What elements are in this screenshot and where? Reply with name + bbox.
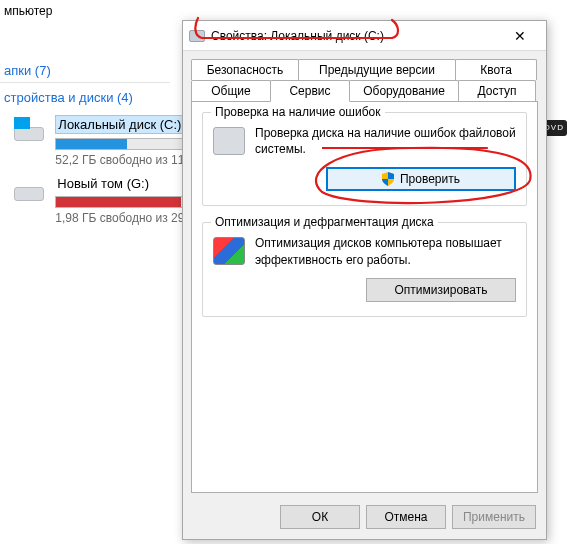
drive-free: 1,98 ГБ свободно из 29	[55, 211, 185, 225]
check-button-label: Проверить	[400, 172, 460, 186]
tab-security[interactable]: Безопасность	[191, 59, 299, 80]
tab-sharing[interactable]: Доступ	[458, 80, 536, 101]
titlebar[interactable]: Свойства: Локальный диск (C:) ✕	[183, 21, 546, 51]
drive-name: Новый том (G:)	[55, 175, 185, 192]
tab-page-tools: Проверка на наличие ошибок Проверка диск…	[191, 101, 538, 493]
drive-free: 52,2 ГБ свободно из 11	[55, 153, 185, 167]
separator	[0, 82, 170, 83]
defrag-icon	[213, 237, 245, 265]
apply-button[interactable]: Применить	[452, 505, 536, 529]
group-legend: Оптимизация и дефрагментация диска	[211, 215, 438, 229]
drive-icon	[12, 175, 46, 205]
drive-icon	[213, 127, 245, 155]
tab-prevversions[interactable]: Предыдущие версии	[298, 59, 456, 80]
drive-icon	[12, 115, 46, 145]
window-title: Свойства: Локальный диск (C:)	[211, 29, 500, 43]
tab-tools[interactable]: Сервис	[270, 80, 350, 102]
optimize-button-label: Оптимизировать	[395, 283, 488, 297]
group-text: Проверка диска на наличие ошибок файлово…	[255, 125, 516, 157]
drive-icon	[189, 30, 205, 42]
breadcrumb[interactable]: мпьютер	[4, 4, 52, 18]
group-legend: Проверка на наличие ошибок	[211, 105, 385, 119]
properties-dialog: Свойства: Локальный диск (C:) ✕ Безопасн…	[182, 20, 547, 540]
group-text: Оптимизация дисков компьютера повышает э…	[255, 235, 516, 267]
section-drives[interactable]: стройства и диски (4)	[4, 90, 133, 105]
dialog-buttons: ОК Отмена Применить	[280, 505, 536, 529]
optimize-button[interactable]: Оптимизировать	[366, 278, 516, 302]
tabs: Безопасность Предыдущие версии Квота Общ…	[191, 59, 538, 101]
group-defrag: Оптимизация и дефрагментация диска Оптим…	[202, 222, 527, 316]
section-folders[interactable]: апки (7)	[4, 63, 51, 78]
tab-general[interactable]: Общие	[191, 80, 271, 101]
cancel-button[interactable]: Отмена	[366, 505, 446, 529]
group-error-check: Проверка на наличие ошибок Проверка диск…	[202, 112, 527, 206]
ok-button[interactable]: ОК	[280, 505, 360, 529]
uac-shield-icon	[382, 172, 394, 186]
drive-name: Локальный диск (C:)	[55, 115, 185, 134]
close-button[interactable]: ✕	[500, 22, 540, 50]
usage-bar	[55, 138, 185, 150]
check-button[interactable]: Проверить	[326, 167, 516, 191]
tab-quota[interactable]: Квота	[455, 59, 537, 80]
usage-bar	[55, 196, 185, 208]
tab-hardware[interactable]: Оборудование	[349, 80, 459, 101]
